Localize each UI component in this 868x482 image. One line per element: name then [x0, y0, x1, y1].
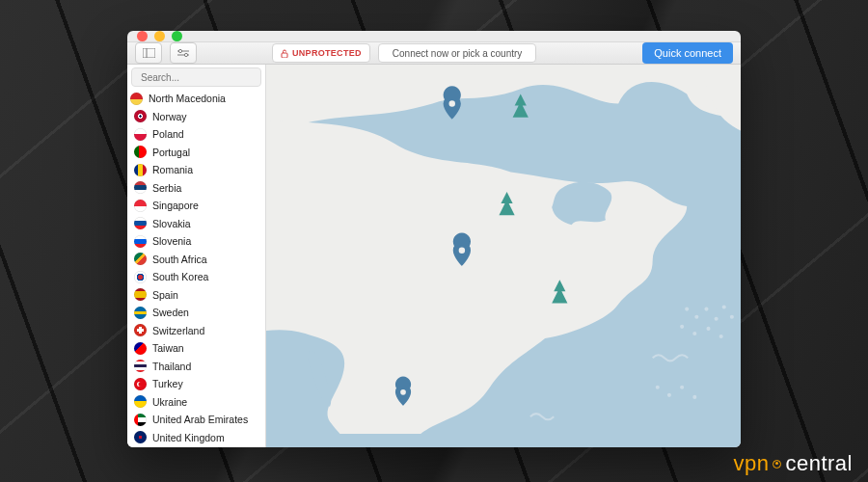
flag-icon: [134, 200, 147, 212]
country-item[interactable]: South Africa: [127, 251, 265, 269]
svg-point-11: [704, 308, 708, 311]
country-label: Portugal: [152, 147, 190, 158]
svg-point-9: [685, 308, 689, 311]
country-label: Thailand: [152, 361, 191, 372]
close-icon[interactable]: [137, 31, 148, 41]
country-item[interactable]: Romania: [127, 161, 265, 179]
svg-point-5: [184, 53, 187, 56]
country-item[interactable]: United States: [127, 446, 265, 447]
watermark-part2: central: [785, 451, 853, 476]
flag-icon: [134, 146, 147, 158]
country-item[interactable]: Sweden: [127, 304, 265, 322]
country-item[interactable]: Ukraine: [127, 393, 265, 412]
country-item[interactable]: South Korea: [127, 268, 265, 286]
flag-icon: [134, 342, 147, 355]
flag-icon: [134, 431, 147, 443]
svg-point-24: [459, 247, 465, 253]
svg-point-3: [178, 49, 181, 52]
flag-icon: [134, 307, 147, 319]
country-label: South Africa: [152, 254, 207, 265]
svg-point-23: [448, 100, 454, 106]
content-area: North MacedoniaNorwayPolandPortugalRoman…: [127, 65, 741, 447]
country-label: Spain: [152, 289, 178, 301]
svg-point-25: [400, 389, 406, 395]
country-item[interactable]: Slovakia: [127, 215, 265, 233]
search-field[interactable]: [131, 67, 261, 87]
svg-point-16: [692, 332, 696, 335]
flag-icon: [130, 93, 143, 105]
country-item[interactable]: Slovenia: [127, 232, 265, 251]
connection-status: UNPROTECTED: [272, 43, 370, 63]
country-list[interactable]: North MacedoniaNorwayPolandPortugalRoman…: [127, 90, 265, 447]
svg-point-22: [692, 395, 696, 399]
map-view[interactable]: [266, 65, 741, 447]
country-item[interactable]: Thailand: [127, 358, 265, 376]
svg-point-21: [680, 386, 684, 389]
watermark: vpn central: [733, 451, 853, 476]
flag-icon: [134, 128, 147, 141]
flag-icon: [134, 324, 147, 336]
svg-point-10: [694, 315, 698, 319]
unlock-icon: [281, 49, 288, 58]
svg-point-18: [719, 335, 723, 338]
flag-icon: [134, 271, 147, 283]
svg-point-12: [715, 317, 719, 321]
flag-icon: [134, 395, 147, 408]
country-label: South Korea: [152, 271, 208, 282]
svg-point-13: [722, 306, 726, 309]
svg-rect-0: [143, 48, 155, 58]
svg-point-15: [680, 325, 684, 329]
flag-icon: [134, 253, 147, 265]
flag-icon: [134, 235, 147, 248]
flag-icon: [134, 360, 147, 372]
window-titlebar: [127, 31, 741, 41]
country-item[interactable]: North Macedonia: [127, 90, 265, 108]
country-item[interactable]: Norway: [127, 108, 265, 126]
country-item[interactable]: Portugal: [127, 144, 265, 162]
search-input[interactable]: [141, 72, 263, 83]
app-window: UNPROTECTED Connect now or pick a countr…: [127, 31, 741, 447]
dot-icon: [773, 460, 781, 469]
sidebar: North MacedoniaNorwayPolandPortugalRoman…: [127, 65, 266, 447]
watermark-part1: vpn: [733, 451, 769, 476]
quick-connect-button[interactable]: Quick connect: [642, 42, 733, 64]
country-label: Norway: [152, 111, 187, 122]
country-item[interactable]: Poland: [127, 125, 265, 144]
svg-point-20: [667, 393, 671, 397]
flag-icon: [134, 378, 147, 390]
country-item[interactable]: Singapore: [127, 197, 265, 215]
country-label: Serbia: [152, 182, 181, 194]
country-item[interactable]: Spain: [127, 286, 265, 305]
connection-hint: Connect now or pick a country: [378, 43, 537, 63]
flag-icon: [134, 110, 147, 122]
quick-connect-label: Quick connect: [654, 47, 721, 59]
country-label: Turkey: [152, 378, 183, 389]
flag-icon: [134, 288, 147, 301]
country-item[interactable]: Turkey: [127, 375, 265, 393]
settings-button[interactable]: [170, 42, 197, 64]
country-label: Ukraine: [152, 396, 187, 408]
sidebar-toggle-button[interactable]: [135, 42, 162, 64]
sidebar-icon: [143, 48, 155, 58]
country-label: United Kingdom: [152, 432, 225, 443]
country-label: Taiwan: [152, 342, 184, 354]
country-item[interactable]: Serbia: [127, 179, 265, 198]
country-label: North Macedonia: [149, 93, 226, 104]
svg-rect-6: [282, 53, 287, 58]
country-label: Slovenia: [152, 235, 191, 247]
country-label: Sweden: [152, 307, 189, 318]
minimize-icon[interactable]: [154, 31, 165, 41]
country-label: Romania: [152, 164, 193, 175]
toolbar: UNPROTECTED Connect now or pick a countr…: [127, 41, 741, 65]
hint-text: Connect now or pick a country: [393, 48, 523, 59]
country-item[interactable]: United Arab Emirates: [127, 411, 265, 429]
svg-point-19: [656, 386, 660, 389]
country-item[interactable]: United Kingdom: [127, 429, 265, 447]
country-label: Switzerland: [152, 325, 204, 336]
map-canvas: [266, 65, 741, 434]
status-text: UNPROTECTED: [292, 48, 362, 58]
country-item[interactable]: Switzerland: [127, 322, 265, 340]
country-label: Slovakia: [152, 218, 191, 229]
maximize-icon[interactable]: [172, 31, 182, 41]
country-item[interactable]: Taiwan: [127, 339, 265, 358]
